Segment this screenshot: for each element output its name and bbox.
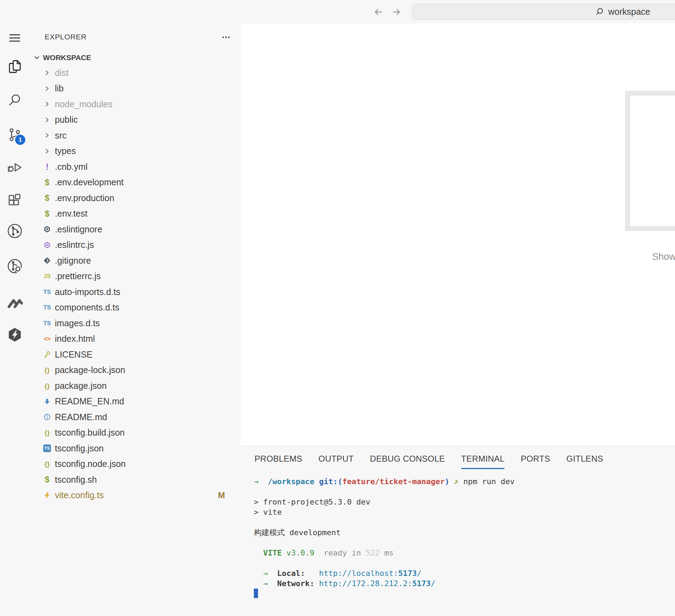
git-icon bbox=[42, 257, 52, 264]
tree-file-README.md[interactable]: README.md bbox=[30, 409, 240, 425]
terminal-text bbox=[268, 569, 277, 578]
panel-tab-terminal[interactable]: TERMINAL bbox=[461, 454, 505, 469]
ts-badge-icon: TS bbox=[42, 444, 52, 452]
ts-icon: TS bbox=[42, 320, 52, 326]
json-braces-icon: {} bbox=[42, 383, 52, 389]
panel-tab-ports[interactable]: PORTS bbox=[521, 454, 550, 469]
history-back-button[interactable] bbox=[373, 7, 383, 17]
scm-changes-badge: 1 bbox=[14, 134, 26, 146]
search-glass-icon bbox=[6, 91, 23, 108]
tree-file-images.d.ts[interactable]: TSimages.d.ts bbox=[30, 315, 240, 331]
terminal-text bbox=[282, 548, 286, 557]
yaml-warning-icon: ! bbox=[42, 162, 52, 171]
terminal-text: 522 bbox=[366, 548, 380, 557]
file-tree: distlibnode_modulespublicsrctypes!.cnb.y… bbox=[30, 65, 240, 503]
tree-file-tsconfig.sh[interactable]: $tsconfig.sh bbox=[30, 472, 240, 488]
terminal-link[interactable]: http://172.28.212.2: bbox=[319, 579, 412, 588]
panel-tab-output[interactable]: OUTPUT bbox=[319, 454, 354, 469]
bottom-panel: PROBLEMSOUTPUTDEBUG CONSOLETERMINALPORTS… bbox=[240, 446, 675, 616]
hexagon-bolt-icon bbox=[6, 326, 23, 343]
terminal-line: → /workspace git:(feature/ticket-manager… bbox=[254, 476, 515, 487]
tree-item-label: .env.test bbox=[55, 208, 88, 219]
json-braces-icon: {} bbox=[42, 429, 52, 436]
terminal-text: npm run dev bbox=[459, 477, 515, 486]
activity-item-midscene[interactable] bbox=[6, 294, 23, 311]
terminal-link[interactable]: http://localhost: bbox=[319, 569, 398, 578]
panel-tab-debug-console[interactable]: DEBUG CONSOLE bbox=[370, 454, 445, 469]
tree-folder-public[interactable]: public bbox=[30, 112, 240, 128]
tree-file-.env.test[interactable]: $.env.test bbox=[30, 206, 240, 222]
activity-item-hexagon-extension[interactable] bbox=[6, 326, 23, 343]
vite-bolt-icon bbox=[42, 492, 52, 499]
activity-item-menu[interactable] bbox=[6, 30, 23, 46]
workspace-section-header[interactable]: WORKSPACE bbox=[30, 52, 240, 64]
tree-folder-src[interactable]: src bbox=[30, 128, 240, 143]
tree-item-label: README_EN.md bbox=[55, 396, 124, 406]
tree-file-README_EN.md[interactable]: README_EN.md bbox=[30, 394, 240, 410]
tree-file-tsconfig.build.json[interactable]: {}tsconfig.build.json bbox=[30, 425, 240, 441]
tree-file-components.d.ts[interactable]: TScomponents.d.ts bbox=[30, 300, 240, 316]
tree-file-package.json[interactable]: {}package.json bbox=[30, 378, 240, 394]
tree-folder-dist[interactable]: dist bbox=[30, 65, 240, 81]
terminal-link[interactable]: / bbox=[417, 569, 422, 578]
tree-file-.eslintignore[interactable]: .eslintignore bbox=[30, 222, 240, 237]
tree-file-index.html[interactable]: <>index.html bbox=[30, 331, 240, 347]
key-icon bbox=[42, 351, 52, 358]
terminal-text: Network: bbox=[277, 579, 314, 588]
chevron-down-icon bbox=[33, 54, 41, 62]
tree-file-vite.config.ts[interactable]: vite.config.tsM bbox=[30, 488, 240, 503]
tree-file-.env.production[interactable]: $.env.production bbox=[30, 190, 240, 206]
tree-folder-lib[interactable]: lib bbox=[30, 81, 240, 97]
panel-tab-gitlens[interactable]: GITLENS bbox=[566, 454, 603, 469]
terminal-text bbox=[449, 477, 454, 486]
activity-item-git-graph[interactable] bbox=[6, 223, 23, 239]
tree-file-LICENSE[interactable]: LICENSE bbox=[30, 347, 240, 362]
tree-item-label: src bbox=[55, 130, 66, 141]
tree-item-label: vite.config.ts bbox=[55, 490, 104, 500]
tree-folder-node_modules[interactable]: node_modules bbox=[30, 96, 240, 112]
tree-file-package-lock.json[interactable]: {}package-lock.json bbox=[30, 362, 240, 378]
tree-item-label: .cnb.yml bbox=[55, 162, 88, 172]
gitlens-icon bbox=[6, 258, 23, 275]
activity-item-run-debug[interactable] bbox=[6, 159, 23, 176]
tree-file-tsconfig.json[interactable]: TStsconfig.json bbox=[30, 441, 240, 456]
command-center-search[interactable]: workspace bbox=[412, 4, 675, 20]
activity-item-source-control[interactable]: 1 bbox=[6, 126, 23, 143]
terminal-line bbox=[254, 517, 515, 527]
tree-file-.prettierrc.js[interactable]: JS.prettierrc.js bbox=[30, 269, 240, 284]
terminal-link[interactable]: 5173 bbox=[398, 569, 417, 578]
files-icon bbox=[6, 58, 23, 75]
tree-file-.cnb.yml[interactable]: !.cnb.yml bbox=[30, 159, 240, 175]
more-actions-button[interactable] bbox=[221, 33, 231, 41]
terminal-text: feature/ticket-manager bbox=[342, 477, 445, 486]
terminal-line bbox=[254, 558, 515, 568]
panel-tabs: PROBLEMSOUTPUTDEBUG CONSOLETERMINALPORTS… bbox=[255, 454, 603, 469]
activity-item-explorer[interactable] bbox=[6, 58, 23, 75]
sidebar-title: EXPLORER bbox=[45, 33, 86, 41]
terminal-text bbox=[254, 579, 263, 588]
tree-file-auto-imports.d.ts[interactable]: TSauto-imports.d.ts bbox=[30, 284, 240, 300]
panel-tab-problems[interactable]: PROBLEMS bbox=[255, 454, 302, 469]
terminal-link[interactable]: / bbox=[431, 579, 435, 588]
tree-folder-types[interactable]: types bbox=[30, 143, 240, 159]
tree-file-.gitignore[interactable]: .gitignore bbox=[30, 253, 240, 269]
terminal-text: 构建模式 development bbox=[254, 528, 341, 537]
tree-item-label: tsconfig.node.json bbox=[55, 459, 126, 469]
terminal-line: VITE v3.0.9 ready in 522 ms bbox=[254, 548, 515, 558]
ts-icon: TS bbox=[42, 304, 52, 310]
activity-item-extensions[interactable] bbox=[6, 193, 23, 210]
tree-file-.env.development[interactable]: $.env.development bbox=[30, 175, 240, 191]
main-area: Show PROBLEMSOUTPUTDEBUG CONSOLETERMINAL… bbox=[240, 24, 675, 616]
terminal-line bbox=[254, 487, 515, 497]
activity-item-gitlens[interactable] bbox=[6, 258, 23, 275]
chevron-right-icon bbox=[42, 85, 52, 92]
terminal-link[interactable]: 5173 bbox=[412, 579, 431, 588]
debug-icon bbox=[6, 159, 23, 176]
history-forward-button[interactable] bbox=[392, 7, 401, 17]
terminal-text: → bbox=[263, 569, 268, 578]
activity-item-search[interactable] bbox=[6, 91, 23, 108]
tree-file-tsconfig.node.json[interactable]: {}tsconfig.node.json bbox=[30, 456, 240, 472]
ts-icon: TS bbox=[42, 289, 52, 295]
tree-file-.eslintrc.js[interactable]: .eslintrc.js bbox=[30, 237, 240, 253]
explorer-sidebar: EXPLORER WORKSPACE distlibnode_modulespu… bbox=[30, 24, 241, 616]
